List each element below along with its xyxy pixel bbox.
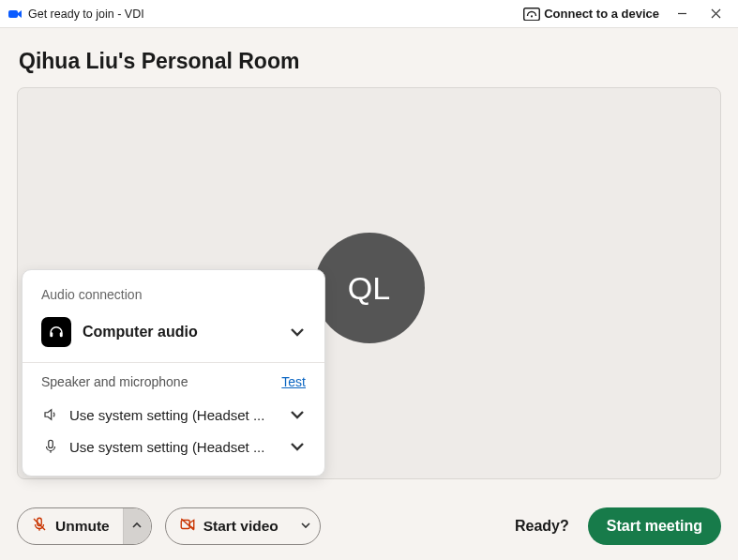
ready-label: Ready? — [515, 518, 569, 535]
chevron-up-icon — [131, 518, 143, 535]
unmute-label: Unmute — [55, 518, 110, 535]
mic-muted-icon — [31, 516, 48, 537]
svg-rect-0 — [8, 10, 18, 18]
chevron-down-icon — [300, 518, 311, 535]
unmute-button[interactable]: Unmute — [18, 508, 123, 544]
avatar: QL — [314, 233, 425, 343]
speaker-selector[interactable]: Use system setting (Headset ... — [41, 399, 306, 431]
minimize-button[interactable] — [665, 0, 699, 27]
chevron-down-icon — [289, 438, 306, 455]
audio-section-label: Audio connection — [41, 287, 306, 302]
cast-icon — [523, 8, 540, 21]
speaker-mic-label: Speaker and microphone — [41, 374, 188, 389]
svg-point-2 — [531, 15, 533, 17]
svg-rect-8 — [49, 440, 53, 447]
speaker-device-label: Use system setting (Headset ... — [69, 407, 289, 423]
audio-mode-selector[interactable]: Computer audio — [41, 313, 306, 362]
room-title: Qihua Liu's Personal Room — [19, 49, 721, 74]
video-off-icon — [179, 516, 196, 537]
headset-icon — [41, 317, 71, 347]
video-preview-area: QL Audio connection Computer audio Speak… — [17, 87, 721, 479]
svg-rect-7 — [60, 332, 63, 337]
chevron-down-icon — [289, 324, 306, 341]
audio-mode-label: Computer audio — [83, 324, 289, 341]
microphone-icon — [41, 438, 60, 455]
avatar-initials: QL — [348, 270, 390, 307]
start-meeting-button[interactable]: Start meeting — [588, 507, 721, 545]
speaker-icon — [41, 406, 60, 423]
start-video-pill: Start video — [165, 507, 321, 545]
app-icon — [8, 7, 23, 22]
divider — [23, 362, 324, 363]
start-video-options-button[interactable] — [292, 508, 320, 544]
unmute-pill: Unmute — [17, 507, 152, 545]
start-video-label: Start video — [203, 518, 279, 535]
test-audio-link[interactable]: Test — [281, 374, 306, 389]
bottom-controls: Unmute Start video Ready? — [17, 507, 721, 545]
connect-to-device-label: Connect to a device — [544, 7, 659, 21]
title-bar: Get ready to join - VDI Connect to a dev… — [0, 0, 738, 28]
chevron-down-icon — [289, 406, 306, 423]
audio-connection-popover: Audio connection Computer audio Speaker … — [22, 269, 325, 477]
microphone-selector[interactable]: Use system setting (Headset ... — [41, 431, 306, 462]
svg-rect-6 — [50, 332, 53, 337]
microphone-device-label: Use system setting (Headset ... — [69, 439, 289, 455]
window-title: Get ready to join - VDI — [28, 8, 144, 21]
unmute-options-button[interactable] — [123, 508, 151, 544]
svg-rect-1 — [524, 8, 540, 20]
start-video-button[interactable]: Start video — [166, 508, 292, 544]
connect-to-device-button[interactable]: Connect to a device — [518, 0, 665, 27]
close-button[interactable] — [699, 0, 732, 27]
